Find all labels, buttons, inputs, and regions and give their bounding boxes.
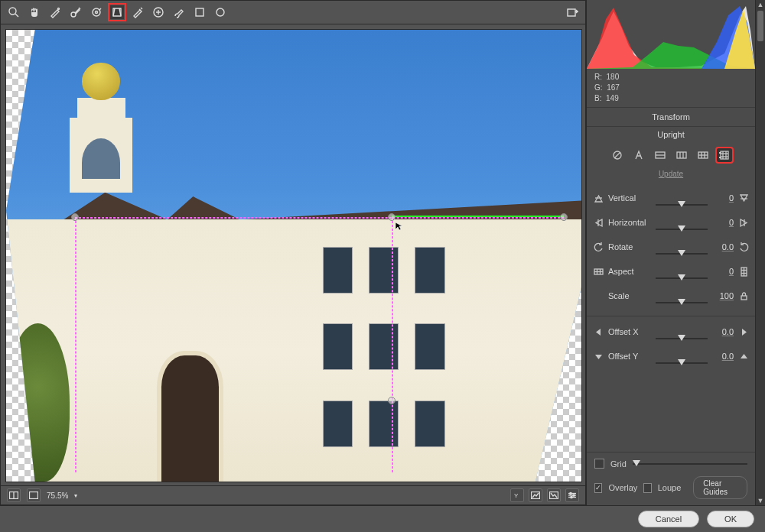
spot-removal-tool-icon[interactable] [131,5,145,19]
panel-title: Transform [587,107,755,127]
lock-icon [738,291,749,301]
radial-filter-tool-icon[interactable] [213,5,227,19]
dialog-footer: Cancel OK [0,505,765,532]
guide-handle[interactable] [560,213,568,221]
app-window: 75.5% ▾ Y [0,0,765,532]
svg-rect-9 [568,9,575,16]
open-image-icon[interactable] [565,5,579,19]
histogram[interactable] [587,0,755,69]
highlight-clip-icon[interactable] [547,488,561,502]
slider-value[interactable]: 0.0 [708,327,734,336]
right-panel: R: 180 G: 167 B: 149 Transform Upright U… [586,0,755,505]
panel-scrollbar[interactable]: ▲ ▼ [755,0,765,505]
slider-label: Offset X [608,327,654,336]
status-bar: 75.5% ▾ Y [1,485,585,504]
before-after-toggle-icon[interactable]: Y [510,488,524,502]
svg-text:Y: Y [514,492,519,499]
rgb-g: 167 [607,83,620,92]
slider-row-rotate: Rotate0.0 [593,238,749,256]
guide-handle[interactable] [388,213,396,221]
prefs-icon[interactable] [565,488,579,502]
guide-handle[interactable] [388,397,396,404]
upright-off-icon[interactable] [610,148,625,162]
slider-track[interactable] [656,362,708,364]
slider-value[interactable]: 0.0 [708,242,734,251]
upright-guide-horizontal[interactable] [75,217,564,219]
transform-sliders: Vertical0Horizontal0Rotate0.0Aspect0Scal… [587,186,755,311]
transform-tool-icon[interactable] [110,5,124,19]
shadow-clip-icon[interactable] [529,488,542,502]
upright-guide-vertical-1[interactable] [75,217,76,472]
slider-value[interactable]: 0 [708,267,734,276]
upright-level-icon[interactable] [653,148,668,162]
upright-vertical-icon[interactable] [674,148,689,162]
grid-h-icon [593,267,604,277]
scrollbar-thumb[interactable] [757,11,763,41]
zoom-tool-icon[interactable] [7,5,21,19]
pv-top-icon [593,193,604,203]
clear-guides-button[interactable]: Clear Guides [693,476,747,499]
grid-size-slider[interactable] [633,463,747,465]
slider-label: Rotate [608,242,654,251]
svg-rect-50 [741,296,747,300]
adjustment-brush-tool-icon[interactable] [172,5,186,19]
upright-full-icon[interactable] [695,148,711,162]
upright-auto-icon[interactable] [631,148,646,162]
slider-row-offset-x: Offset X0.0 [593,323,749,341]
grid-row: Grid [594,459,747,469]
compare-view-icon[interactable] [7,488,21,502]
single-view-icon[interactable] [27,488,41,502]
svg-rect-26 [677,152,686,158]
arrow-up-icon [738,352,749,362]
slider-label: Scale [608,291,654,300]
slider-track[interactable] [656,338,708,339]
slider-track[interactable] [656,277,708,279]
slider-track[interactable] [656,229,708,230]
red-eye-tool-icon[interactable] [151,5,165,19]
svg-point-5 [96,11,98,14]
zoom-value[interactable]: 75.5% [47,491,68,500]
update-link[interactable]: Update [587,168,755,186]
arrow-right-icon [738,327,749,337]
upright-guided-icon[interactable] [717,148,732,162]
hand-tool-icon[interactable] [28,5,41,19]
rgb-b: 149 [606,94,619,102]
slider-label: Vertical [608,193,654,203]
color-sampler-tool-icon[interactable] [69,5,83,19]
rgb-readout: R: 180 G: 167 B: 149 [587,69,755,107]
arrow-down-icon [593,352,604,362]
slider-value[interactable]: 0 [708,193,734,203]
slider-track[interactable] [656,204,708,206]
ok-button[interactable]: OK [707,511,754,527]
guide-handle[interactable] [71,213,79,221]
cancel-button[interactable]: Cancel [638,511,699,527]
image-canvas[interactable] [5,29,582,482]
zoom-dropdown-icon[interactable]: ▾ [74,492,77,499]
ph-right-icon [738,218,749,228]
bottom-controls: Grid Overlay Loupe Clear Guides [587,452,755,505]
svg-point-20 [573,495,575,496]
svg-point-0 [9,8,16,15]
svg-point-4 [93,8,100,16]
main-area: 75.5% ▾ Y [0,0,765,505]
arrow-left-icon [593,327,604,337]
slider-track[interactable] [656,253,708,255]
slider-track[interactable] [656,302,708,303]
grid-checkbox[interactable] [594,459,604,469]
slider-value[interactable]: 0 [708,218,734,227]
overlay-checkbox[interactable] [594,483,602,493]
grid-v-icon [738,267,749,277]
targeted-adjustment-tool-icon[interactable] [90,5,103,19]
graduated-filter-tool-icon[interactable] [193,5,207,19]
slider-value[interactable]: 0.0 [708,352,734,361]
upright-mode-row [587,142,755,168]
upright-guide-vertical-2[interactable] [392,217,393,472]
svg-rect-33 [721,151,728,159]
slider-row-scale: Scale100 [593,287,749,305]
panel-subtitle: Upright [587,127,755,142]
white-balance-tool-icon[interactable] [48,5,62,19]
slider-value[interactable]: 100 [708,291,734,300]
photo [6,30,581,482]
loupe-checkbox[interactable] [643,483,651,493]
active-guide-segment[interactable] [392,216,565,217]
